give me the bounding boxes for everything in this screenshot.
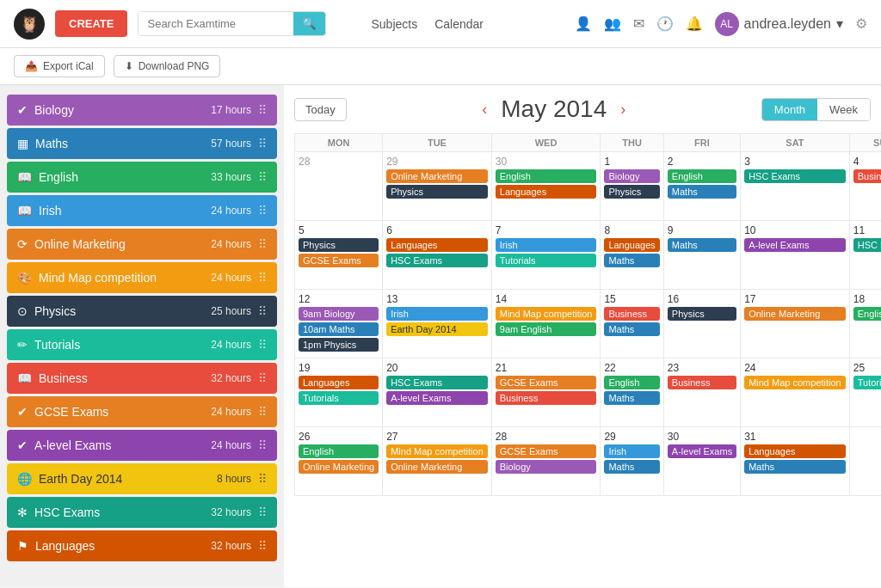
calendar-day-cell[interactable]: 8LanguagesMaths xyxy=(601,221,663,290)
calendar-day-cell[interactable]: 13IrishEarth Day 2014 xyxy=(383,290,492,358)
calendar-event[interactable]: Biology xyxy=(496,460,597,474)
calendar-day-cell[interactable]: 20HSC ExamsA-level Exams xyxy=(383,358,492,427)
calendar-day-cell[interactable]: 3HSC Exams xyxy=(741,152,850,221)
calendar-event[interactable]: Business xyxy=(668,376,736,389)
calendar-event[interactable]: 10am Maths xyxy=(299,322,379,336)
drag-handle-icon[interactable]: ⠿ xyxy=(258,438,267,452)
calendar-day-cell[interactable]: 16Physics xyxy=(663,290,740,358)
calendar-day-cell[interactable]: 29IrishMaths xyxy=(601,427,663,496)
calendar-event[interactable]: Physics xyxy=(299,238,379,252)
person-icon[interactable]: 👤 xyxy=(575,15,592,32)
calendar-event[interactable]: Online Marketing xyxy=(299,460,379,474)
calendar-event[interactable]: Maths xyxy=(604,254,659,267)
calendar-event[interactable]: Maths xyxy=(604,322,659,336)
calendar-day-cell[interactable]: 19LanguagesTutorials xyxy=(295,358,383,427)
calendar-event[interactable]: 9am English xyxy=(496,322,597,336)
calendar-event[interactable]: 9am Biology xyxy=(299,307,379,321)
sidebar-item-gcse[interactable]: ✔ GCSE Exams 24 hours ⠿ xyxy=(7,396,277,427)
calendar-event[interactable]: HSC Exams xyxy=(386,376,488,389)
calendar-event[interactable]: A-level Exams xyxy=(668,444,736,458)
search-input[interactable] xyxy=(139,12,293,35)
drag-handle-icon[interactable]: ⠿ xyxy=(258,405,267,419)
drag-handle-icon[interactable]: ⠿ xyxy=(258,204,267,217)
calendar-day-cell[interactable]: 27Mind Map competitionOnline Marketing xyxy=(383,427,492,496)
gear-icon[interactable]: ⚙ xyxy=(855,15,867,32)
create-button[interactable]: CREATE xyxy=(55,10,127,37)
calendar-event[interactable]: GCSE Exams xyxy=(496,376,597,389)
drag-handle-icon[interactable]: ⠿ xyxy=(258,539,267,553)
calendar-event[interactable]: Business xyxy=(853,169,881,183)
next-month-button[interactable]: › xyxy=(620,101,625,119)
calendar-day-cell[interactable]: 25Tutorials xyxy=(849,358,881,427)
calendar-event[interactable]: Irish xyxy=(496,238,597,252)
calendar-event[interactable]: Languages xyxy=(744,444,846,458)
drag-handle-icon[interactable]: ⠿ xyxy=(258,271,267,285)
sidebar-item-maths[interactable]: ▦ Maths 57 hours ⠿ xyxy=(7,128,277,159)
calendar-event[interactable]: Biology xyxy=(604,169,659,183)
calendar-event[interactable]: GCSE Exams xyxy=(496,444,597,458)
calendar-day-cell[interactable]: 10A-level Exams xyxy=(741,221,850,290)
calendar-event[interactable]: A-level Exams xyxy=(744,238,846,252)
calendar-day-cell[interactable]: 30EnglishLanguages xyxy=(491,152,601,221)
prev-month-button[interactable]: ‹ xyxy=(482,101,487,119)
calendar-event[interactable]: Business xyxy=(604,307,659,321)
calendar-event[interactable]: HSC Exams xyxy=(853,238,881,252)
calendar-day-cell[interactable]: 30A-level Exams xyxy=(663,427,740,496)
calendar-event[interactable]: English xyxy=(604,376,659,389)
calendar-day-cell[interactable]: 11HSC Exams xyxy=(849,221,881,290)
calendar-day-cell[interactable]: 18English xyxy=(849,290,881,358)
calendar-event[interactable]: Physics xyxy=(604,185,659,199)
calendar-event[interactable]: Maths xyxy=(668,185,736,199)
calendar-day-cell[interactable]: 28 xyxy=(295,152,383,221)
sidebar-item-alevel[interactable]: ✔ A-level Exams 24 hours ⠿ xyxy=(7,430,277,461)
calendar-day-cell[interactable]: 7IrishTutorials xyxy=(491,221,601,290)
bell-icon[interactable]: 🔔 xyxy=(686,15,703,32)
calendar-day-cell[interactable]: 1BiologyPhysics xyxy=(601,152,663,221)
calendar-event[interactable]: English xyxy=(668,169,736,183)
export-ical-button[interactable]: 📤 Export iCal xyxy=(14,55,105,77)
calendar-event[interactable]: Maths xyxy=(604,391,659,405)
calendar-day-cell[interactable]: 5PhysicsGCSE Exams xyxy=(295,221,383,290)
drag-handle-icon[interactable]: ⠿ xyxy=(258,371,267,385)
calendar-day-cell[interactable]: 6LanguagesHSC Exams xyxy=(383,221,492,290)
week-view-button[interactable]: Week xyxy=(817,99,870,120)
calendar-event[interactable]: A-level Exams xyxy=(386,391,488,405)
calendar-event[interactable]: HSC Exams xyxy=(744,169,846,183)
sidebar-item-business[interactable]: 📖 Business 32 hours ⠿ xyxy=(7,363,277,394)
user-info[interactable]: AL andrea.leyden ▾ xyxy=(715,12,843,36)
calendar-event[interactable]: Business xyxy=(496,391,597,405)
calendar-event[interactable]: Tutorials xyxy=(853,376,881,389)
calendar-event[interactable]: Mind Map competition xyxy=(496,307,597,321)
calendar-link[interactable]: Calendar xyxy=(434,17,484,31)
sidebar-item-irish[interactable]: 📖 Irish 24 hours ⠿ xyxy=(7,195,277,226)
calendar-event[interactable]: Tutorials xyxy=(299,391,379,405)
calendar-event[interactable]: Languages xyxy=(604,238,659,252)
month-view-button[interactable]: Month xyxy=(762,99,817,120)
drag-handle-icon[interactable]: ⠿ xyxy=(258,338,267,352)
sidebar-item-mind-map[interactable]: 🎨 Mind Map competition 24 hours ⠿ xyxy=(7,262,277,293)
calendar-day-cell[interactable]: 23Business xyxy=(663,358,740,427)
calendar-event[interactable]: Languages xyxy=(299,376,379,389)
sidebar-item-hsc[interactable]: ✻ HSC Exams 32 hours ⠿ xyxy=(7,497,277,528)
group-icon[interactable]: 👥 xyxy=(604,15,621,32)
drag-handle-icon[interactable]: ⠿ xyxy=(258,170,267,184)
calendar-event[interactable]: English xyxy=(496,169,597,183)
calendar-day-cell[interactable]: 31LanguagesMaths xyxy=(741,427,850,496)
calendar-day-cell[interactable]: 129am Biology10am Maths1pm Physics xyxy=(295,290,383,358)
history-icon[interactable]: 🕐 xyxy=(656,15,674,32)
calendar-day-cell[interactable]: 14Mind Map competition9am English xyxy=(491,290,601,358)
calendar-day-cell[interactable]: 28GCSE ExamsBiology xyxy=(491,427,601,496)
sidebar-item-languages[interactable]: ⚑ Languages 32 hours ⠿ xyxy=(7,530,277,561)
calendar-event[interactable]: HSC Exams xyxy=(386,254,488,267)
calendar-day-cell[interactable] xyxy=(849,427,881,496)
calendar-event[interactable]: 1pm Physics xyxy=(299,338,379,352)
calendar-event[interactable]: Earth Day 2014 xyxy=(386,322,488,336)
drag-handle-icon[interactable]: ⠿ xyxy=(258,505,267,519)
calendar-event[interactable]: Online Marketing xyxy=(386,169,488,183)
calendar-day-cell[interactable]: 22EnglishMaths xyxy=(601,358,663,427)
sidebar-item-online-marketing[interactable]: ⟳ Online Marketing 24 hours ⠿ xyxy=(7,229,277,260)
search-button[interactable]: 🔍 xyxy=(293,12,325,35)
calendar-day-cell[interactable]: 29Online MarketingPhysics xyxy=(383,152,492,221)
calendar-event[interactable]: English xyxy=(299,444,379,458)
calendar-day-cell[interactable]: 15BusinessMaths xyxy=(601,290,663,358)
